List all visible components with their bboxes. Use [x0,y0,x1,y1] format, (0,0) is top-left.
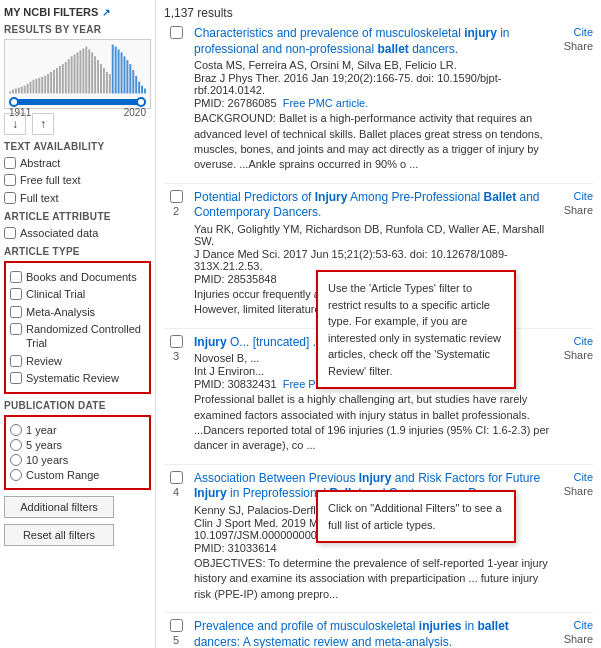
result-abstract-4: OBJECTIVES: To determine the prevalence … [194,556,551,602]
article-attribute-label: ARTICLE ATTRIBUTE [4,211,151,222]
checkbox-associated-data-input[interactable] [4,227,16,239]
result-right-4: Cite Share [557,471,593,602]
svg-rect-39 [123,56,125,93]
radio-10years-input[interactable] [10,454,22,466]
tooltip-additional-filters-text: Click on "Additional Filters" to see a f… [328,502,502,531]
result-checkbox-1[interactable] [170,26,183,39]
cite-label-5[interactable]: Cite [573,619,593,631]
result-item-5: 5 Prevalence and profile of musculoskele… [164,619,593,648]
checkbox-abstract[interactable]: Abstract [4,156,151,170]
checkbox-review-input[interactable] [10,355,22,367]
svg-rect-28 [91,52,93,93]
svg-rect-15 [53,70,55,93]
cite-label-3[interactable]: Cite [573,335,593,347]
result-checkbox-2[interactable] [170,190,183,203]
share-label-1[interactable]: Share [564,40,593,52]
results-by-year-label: RESULTS BY YEAR [4,24,151,35]
result-checkbox-4[interactable] [170,471,183,484]
year-chart-area: 1911 2020 [4,39,151,109]
result-title-5[interactable]: Prevalence and profile of musculoskeleta… [194,619,551,648]
result-num-2: 2 [173,205,179,217]
svg-rect-3 [18,88,20,94]
radio-5years[interactable]: 5 years [10,439,145,451]
share-label-4[interactable]: Share [564,485,593,497]
svg-rect-6 [27,84,29,94]
radio-1year[interactable]: 1 year [10,424,145,436]
svg-rect-8 [32,80,34,94]
share-label-5[interactable]: Share [564,633,593,645]
checkbox-meta-analysis[interactable]: Meta-Analysis [10,305,145,319]
svg-rect-0 [9,92,11,94]
cite-label-2[interactable]: Cite [573,190,593,202]
pmc-link-1[interactable]: Free PMC article. [283,97,369,109]
checkbox-books-docs-label: Books and Documents [26,270,137,284]
year-slider-track[interactable] [13,99,142,105]
svg-rect-11 [41,77,43,94]
result-title-2[interactable]: Potential Predictors of Injury Among Pre… [194,190,551,221]
year-end: 2020 [124,107,146,118]
checkbox-free-full-text[interactable]: Free full text [4,173,151,187]
checkbox-books-docs[interactable]: Books and Documents [10,270,145,284]
tooltip-article-type-text: Use the 'Article Types' filter to restri… [328,282,501,377]
result-journal-2: J Dance Med Sci. 2017 Jun 15;21(2):53-63… [194,248,551,272]
checkbox-full-text-input[interactable] [4,192,16,204]
checkbox-associated-data[interactable]: Associated data [4,226,151,240]
result-num-4: 4 [173,486,179,498]
checkbox-systematic-review-input[interactable] [10,372,22,384]
svg-rect-33 [106,72,108,94]
checkbox-systematic-review[interactable]: Systematic Review [10,371,145,385]
result-num-5: 5 [173,634,179,646]
result-right-1: Cite Share [557,26,593,173]
result-pmid-1: PMID: 26786085 Free PMC article. [194,97,551,109]
radio-1year-input[interactable] [10,424,22,436]
svg-rect-5 [24,86,26,94]
radio-custom-range-input[interactable] [10,469,22,481]
svg-rect-30 [97,60,99,93]
svg-rect-2 [15,89,17,94]
svg-rect-10 [38,78,40,94]
checkbox-rct[interactable]: Randomized Controlled Trial [10,322,145,351]
share-label-3[interactable]: Share [564,349,593,361]
year-slider-left-handle[interactable] [9,97,19,107]
result-body-5: Prevalence and profile of musculoskeleta… [194,619,551,648]
result-checkbox-5[interactable] [170,619,183,632]
result-left-5: 5 [164,619,188,648]
checkbox-rct-input[interactable] [10,323,22,335]
checkbox-abstract-label: Abstract [20,156,60,170]
checkbox-clinical-trial[interactable]: Clinical Trial [10,287,145,301]
radio-10years-label: 10 years [26,454,68,466]
checkbox-full-text[interactable]: Full text [4,191,151,205]
text-availability-label: TEXT AVAILABILITY [4,141,151,152]
radio-10years[interactable]: 10 years [10,454,145,466]
year-range-row: 1911 2020 [9,107,146,118]
svg-rect-23 [77,52,79,93]
cite-label-4[interactable]: Cite [573,471,593,483]
checkbox-clinical-trial-input[interactable] [10,288,22,300]
share-label-2[interactable]: Share [564,204,593,216]
checkbox-meta-analysis-input[interactable] [10,306,22,318]
year-slider-right-handle[interactable] [136,97,146,107]
svg-rect-45 [141,86,143,94]
article-type-box: Books and Documents Clinical Trial Meta-… [4,261,151,394]
svg-rect-41 [129,64,131,93]
svg-rect-35 [112,45,114,94]
result-right-5: Cite Share [557,619,593,648]
additional-filters-button[interactable]: Additional filters [4,496,114,518]
external-link-icon[interactable]: ↗ [102,7,110,18]
reset-all-filters-button[interactable]: Reset all filters [4,524,114,546]
result-body-1: Characteristics and prevalence of muscul… [194,26,551,173]
svg-rect-17 [59,66,61,93]
svg-rect-21 [71,56,73,93]
radio-custom-range[interactable]: Custom Range [10,469,145,481]
result-checkbox-3[interactable] [170,335,183,348]
checkbox-free-full-text-input[interactable] [4,174,16,186]
result-pmid-4: PMID: 31033614 [194,542,551,554]
cite-label-1[interactable]: Cite [573,26,593,38]
result-right-2: Cite Share [557,190,593,318]
checkbox-review[interactable]: Review [10,354,145,368]
checkbox-abstract-input[interactable] [4,157,16,169]
radio-5years-input[interactable] [10,439,22,451]
radio-1year-label: 1 year [26,424,57,436]
checkbox-books-docs-input[interactable] [10,271,22,283]
result-title-1[interactable]: Characteristics and prevalence of muscul… [194,26,551,57]
